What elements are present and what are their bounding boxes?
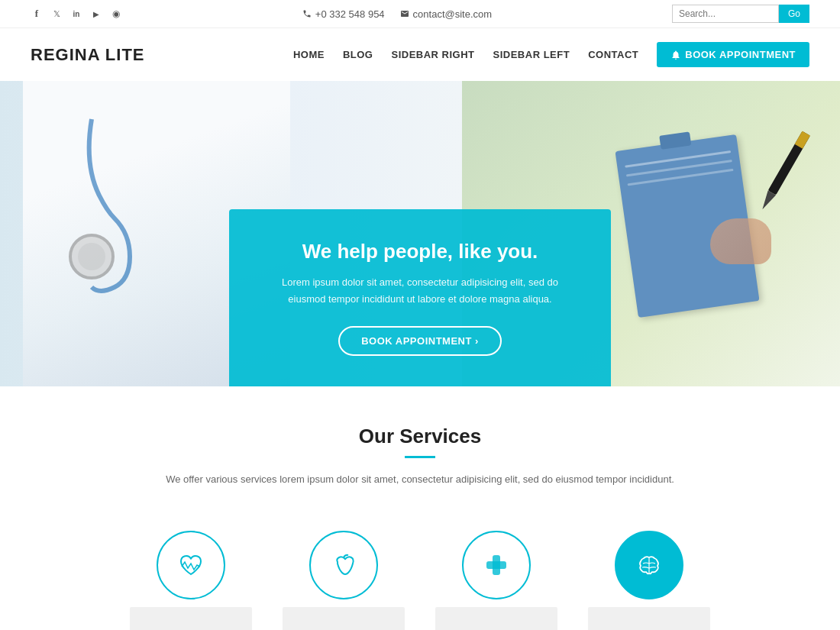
hero-cta-button[interactable]: BOOK APPOINTMENT › [338,326,502,356]
nav-home[interactable]: HOME [293,49,325,60]
nav-blog[interactable]: BLOG [343,49,373,60]
hero-section: We help people, like you. Lorem ipsum do… [0,81,840,386]
search-area: Go [672,5,809,23]
phone-info: +0 332 548 954 [302,8,385,20]
search-input[interactable] [672,5,779,23]
heart-pulse-icon-wrap [157,531,225,599]
nav-links: HOME BLOG SIDEBAR RIGHT SIDEBAR LEFT CON… [293,42,809,67]
services-description: We offer various services lorem ipsum do… [31,473,809,485]
brain-icon-wrap [615,531,683,599]
site-logo[interactable]: REGINA LITE [31,45,145,65]
service-card-bg [588,607,710,630]
service-card-bg [130,607,252,630]
nav-sidebar-right[interactable]: SIDEBAR RIGHT [391,49,474,60]
service-card-bg [435,607,557,630]
service-card-bg [283,607,405,630]
service-card-heart [115,515,267,630]
facebook-icon[interactable] [31,8,43,20]
book-appointment-button[interactable]: BOOK APPOINTMENT [657,42,809,67]
instagram-icon[interactable] [110,8,122,20]
phone-icon [302,9,312,18]
top-bar: +0 332 548 954 contact@site.com Go [0,0,840,28]
brain-icon [635,551,663,579]
contact-info: +0 332 548 954 contact@site.com [302,8,492,20]
bell-icon [670,50,681,60]
hero-overlay: We help people, like you. Lorem ipsum do… [229,209,611,386]
plus-icon [483,551,510,579]
heart-pulse-icon [177,551,205,579]
service-card-plus [420,515,573,630]
service-card-brain [573,515,725,630]
twitter-icon[interactable] [50,8,63,20]
plus-icon-wrap [462,531,531,599]
pen-decoration [750,128,816,218]
apple-icon [330,551,357,579]
services-underline [405,456,435,458]
nav-contact[interactable]: CONTACT [588,49,638,60]
services-section: Our Services We offer various services l… [0,386,840,630]
linkedin-icon[interactable] [70,8,82,20]
hand-decoration [710,218,771,264]
service-card-apple [267,515,420,630]
svg-point-1 [78,243,105,270]
services-title: Our Services [31,425,809,448]
youtube-icon[interactable] [90,8,102,20]
svg-rect-6 [487,562,506,568]
apple-icon-wrap [309,531,378,599]
email-info: contact@site.com [400,8,493,20]
services-grid [31,515,809,630]
svg-marker-4 [758,190,776,212]
phone-number: +0 332 548 954 [315,8,385,20]
search-button[interactable]: Go [779,5,809,23]
hero-subtext: Lorem ipsum dolor sit amet, consectetur … [267,274,573,308]
social-links [31,8,122,20]
stethoscope-decoration [46,104,183,333]
email-icon [400,9,409,18]
main-nav: REGINA LITE HOME BLOG SIDEBAR RIGHT SIDE… [0,28,840,81]
nav-sidebar-left[interactable]: SIDEBAR LEFT [493,49,570,60]
email-address: contact@site.com [413,8,493,20]
hero-headline: We help people, like you. [267,240,573,263]
